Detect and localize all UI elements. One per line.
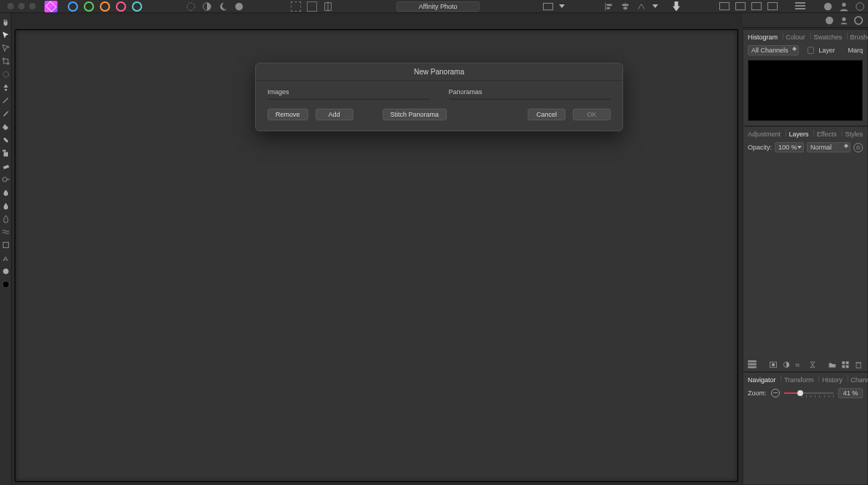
svg-rect-6 bbox=[607, 4, 612, 6]
tab-channels[interactable]: Channels bbox=[849, 375, 868, 385]
pin-icon[interactable] bbox=[673, 1, 680, 12]
stitch-button[interactable]: Stitch Panorama bbox=[383, 109, 447, 120]
blend-mode-select[interactable]: Normal bbox=[807, 142, 851, 152]
adjustment-layer-icon[interactable] bbox=[782, 360, 791, 369]
svg-point-27 bbox=[842, 17, 845, 20]
selection-marquee-icon[interactable] bbox=[291, 1, 301, 12]
circle-icon[interactable] bbox=[234, 1, 244, 12]
tab-histogram[interactable]: Histogram bbox=[746, 32, 779, 42]
arrange-icon[interactable] bbox=[636, 1, 646, 12]
selection-brush-icon[interactable] bbox=[1, 70, 10, 79]
burn-tool-icon[interactable] bbox=[1, 188, 10, 197]
moon-icon[interactable] bbox=[218, 1, 228, 12]
dropdown-arrow-icon[interactable] bbox=[559, 4, 565, 8]
studio-pane-3-icon[interactable] bbox=[751, 2, 762, 10]
flood-select-icon[interactable] bbox=[1, 83, 10, 92]
dropdown-arrow-icon[interactable] bbox=[652, 4, 658, 8]
account-icon[interactable] bbox=[839, 1, 849, 12]
pen-tool-icon[interactable] bbox=[1, 96, 10, 105]
studio-pane-2-icon[interactable] bbox=[735, 2, 746, 10]
layers-list[interactable] bbox=[743, 155, 867, 358]
vector-brush-icon[interactable] bbox=[1, 267, 10, 276]
tab-adjustment[interactable]: Adjustment bbox=[746, 129, 782, 139]
delete-icon[interactable] bbox=[854, 360, 863, 369]
blur-tool-icon[interactable] bbox=[1, 214, 10, 223]
layers-stack-icon[interactable] bbox=[748, 360, 758, 369]
zoom-out-icon[interactable] bbox=[771, 389, 780, 397]
cancel-button[interactable]: Cancel bbox=[528, 109, 566, 120]
ok-button[interactable]: OK bbox=[573, 109, 611, 120]
layer-checkbox[interactable] bbox=[808, 47, 815, 54]
list-view-icon[interactable] bbox=[795, 2, 805, 11]
navigator-preview[interactable] bbox=[743, 401, 867, 484]
shape-tool-icon[interactable] bbox=[1, 241, 10, 249]
dodge-tool-icon[interactable] bbox=[1, 175, 10, 184]
fx-icon[interactable]: fx bbox=[795, 360, 804, 369]
move-tool-icon[interactable] bbox=[1, 31, 10, 39]
add-button[interactable]: Add bbox=[316, 109, 353, 120]
top-toolbar: Affinity Photo bbox=[0, 0, 868, 13]
tab-effects[interactable]: Effects bbox=[816, 129, 838, 139]
window-controls[interactable] bbox=[3, 3, 36, 9]
tab-brushes[interactable]: Brushes bbox=[849, 32, 868, 42]
folder-icon[interactable] bbox=[828, 360, 837, 369]
crop-preset-icon[interactable] bbox=[543, 3, 553, 10]
zoom-slider[interactable] bbox=[784, 389, 834, 397]
persona-liquify-icon[interactable] bbox=[84, 1, 94, 12]
svg-point-13 bbox=[856, 2, 864, 10]
clone-tool-icon[interactable] bbox=[1, 149, 10, 158]
persona-develop-icon[interactable] bbox=[100, 1, 110, 12]
svg-rect-17 bbox=[4, 152, 8, 157]
svg-rect-37 bbox=[856, 363, 861, 368]
layers-panel: Adjustment| Layers| Effects| Styles| Sto… bbox=[743, 126, 868, 372]
align-left-icon[interactable] bbox=[604, 1, 614, 12]
studio-pane-1-icon[interactable] bbox=[719, 2, 730, 10]
svg-rect-16 bbox=[3, 137, 8, 142]
images-list[interactable] bbox=[267, 98, 430, 100]
assistant-icon[interactable] bbox=[823, 1, 833, 12]
opacity-select[interactable]: 100 % bbox=[775, 142, 804, 152]
hand-tool-icon[interactable] bbox=[1, 18, 10, 26]
studio-ring-icon[interactable] bbox=[853, 15, 864, 26]
align-center-icon[interactable] bbox=[620, 1, 630, 12]
persona-photo-icon[interactable] bbox=[68, 1, 78, 12]
svg-text:fx: fx bbox=[796, 362, 800, 368]
remove-button[interactable]: Remove bbox=[267, 109, 308, 120]
studio-circle-icon[interactable] bbox=[824, 15, 834, 26]
node-tool-icon[interactable] bbox=[1, 44, 10, 53]
tab-layers[interactable]: Layers bbox=[787, 129, 810, 139]
contrast-icon[interactable] bbox=[202, 1, 212, 12]
channels-select[interactable]: All Channels bbox=[748, 45, 799, 55]
tab-colour[interactable]: Colour bbox=[784, 32, 807, 42]
mesh-warp-icon[interactable] bbox=[1, 228, 10, 236]
colour-picker-icon[interactable] bbox=[1, 280, 10, 289]
tab-swatches[interactable]: Swatches bbox=[812, 32, 843, 42]
tab-styles[interactable]: Styles bbox=[843, 129, 864, 139]
zoom-value[interactable]: 41 % bbox=[838, 388, 863, 398]
text-tool-icon[interactable]: A bbox=[1, 254, 10, 263]
crop-tool-icon[interactable] bbox=[1, 57, 10, 66]
studio-pane-4-icon[interactable] bbox=[767, 2, 778, 10]
smudge-tool-icon[interactable] bbox=[1, 201, 10, 210]
marq-label: Marq bbox=[848, 47, 864, 54]
softproof-icon[interactable] bbox=[186, 1, 196, 12]
healing-tool-icon[interactable] bbox=[1, 136, 10, 144]
help-icon[interactable] bbox=[855, 1, 865, 12]
persona-tonemap-icon[interactable] bbox=[116, 1, 126, 12]
fill-tool-icon[interactable] bbox=[1, 123, 10, 131]
eraser-tool-icon[interactable] bbox=[1, 162, 10, 171]
persona-export-icon[interactable] bbox=[132, 1, 142, 12]
svg-point-25 bbox=[2, 282, 9, 288]
tab-transform[interactable]: Transform bbox=[783, 375, 816, 385]
snap-icon[interactable] bbox=[323, 1, 333, 12]
hourglass-icon[interactable] bbox=[808, 360, 817, 369]
add-icon[interactable] bbox=[841, 360, 850, 369]
panoramas-list[interactable] bbox=[449, 98, 611, 100]
brush-tool-icon[interactable] bbox=[1, 109, 10, 118]
tab-navigator[interactable]: Navigator bbox=[746, 375, 778, 385]
layer-options-icon[interactable] bbox=[853, 143, 863, 152]
tab-history[interactable]: History bbox=[821, 375, 844, 385]
mask-icon[interactable] bbox=[769, 360, 778, 369]
selection-solid-icon[interactable] bbox=[307, 1, 317, 12]
studio-user-icon[interactable] bbox=[839, 15, 849, 26]
